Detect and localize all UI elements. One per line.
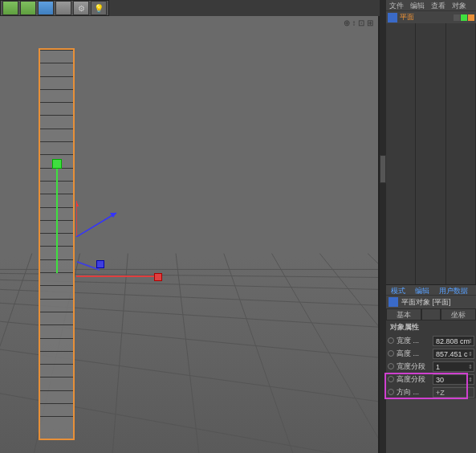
svg-line-12 (224, 254, 296, 453)
label-orient: 方向 ... (397, 387, 433, 398)
main-toolbar: ⚙ 💡 (0, 0, 109, 16)
select-orient[interactable]: +Z (433, 387, 474, 398)
label-width: 宽度 ... (397, 336, 433, 346)
snap-btn[interactable] (38, 1, 54, 15)
input-seg-h[interactable]: 30⇕ (433, 374, 474, 385)
prop-height: 高度 ... 857.451 c⇕ (386, 347, 476, 360)
right-panel: 文件 编辑 查看 对象 平面 模式 编辑 用户数据 平面对象 [平面] 基本 坐… (386, 0, 476, 453)
anim-dot-icon[interactable] (388, 350, 394, 357)
svg-line-10 (112, 254, 128, 453)
scrollbar-thumb[interactable] (380, 155, 386, 183)
render-vis-icon[interactable] (468, 14, 474, 21)
prop-orient: 方向 ... +Z (386, 386, 476, 398)
attr-header-label: 平面对象 [平面] (401, 297, 451, 308)
svg-line-17 (76, 213, 116, 237)
label-seg-h: 高度分段 (397, 374, 433, 385)
menu-view[interactable]: 查看 (428, 0, 449, 10)
render-btn[interactable] (2, 1, 18, 15)
menu-edit[interactable]: 编辑 (407, 0, 428, 10)
input-width[interactable]: 82.808 cm⇕ (433, 336, 474, 346)
prop-seg-h: 高度分段 30⇕ (386, 373, 476, 386)
object-tree-item[interactable]: 平面 (386, 11, 476, 23)
plane-icon (389, 297, 398, 307)
x-axis-line (76, 275, 157, 277)
attr-mode[interactable]: 模式 (386, 285, 410, 295)
menu-object[interactable]: 对象 (449, 0, 470, 10)
section-title: 对象属性 (386, 320, 476, 334)
attr-body: 对象属性 宽度 ... 82.808 cm⇕ 高度 ... 857.451 c⇕… (386, 320, 476, 398)
hud-axis-gizmo (76, 189, 124, 237)
viewport-toolbar[interactable]: ⊕ ↕ ⊡ ⊞ (344, 18, 373, 27)
tab-basic[interactable]: 基本 (386, 308, 421, 320)
input-height[interactable]: 857.451 c⇕ (433, 349, 474, 359)
prop-width: 宽度 ... 82.808 cm⇕ (386, 334, 476, 347)
anim-dot-icon[interactable] (388, 376, 394, 382)
z-axis-handle[interactable] (96, 260, 104, 268)
tab-coord[interactable]: 坐标 (441, 308, 476, 320)
vertical-scrollbar[interactable] (380, 0, 386, 453)
lighting-btn[interactable]: 💡 (91, 1, 107, 15)
tree-item-label: 平面 (400, 12, 414, 22)
plane-icon (388, 13, 397, 22)
label-seg-w: 宽度分段 (397, 361, 433, 372)
anim-dot-icon[interactable] (388, 363, 394, 369)
attr-tabs: 基本 坐标 (386, 308, 476, 320)
input-seg-w[interactable]: 1⇕ (433, 361, 474, 372)
label-height: 高度 ... (397, 349, 433, 359)
y-axis-line (56, 169, 58, 273)
attr-edit[interactable]: 编辑 (410, 285, 434, 295)
y-axis-handle[interactable] (52, 159, 62, 169)
menu-file[interactable]: 文件 (386, 0, 407, 10)
svg-line-13 (272, 254, 378, 453)
object-manager-body (386, 23, 476, 284)
attr-object-header: 平面对象 [平面] (386, 296, 476, 308)
anim-dot-icon[interactable] (388, 337, 394, 344)
render-settings-btn[interactable] (20, 1, 36, 15)
object-manager-menu: 文件 编辑 查看 对象 (386, 0, 476, 11)
x-axis-handle[interactable] (154, 273, 162, 281)
tab-spacer (421, 308, 440, 320)
layer-dot[interactable] (454, 14, 460, 21)
options-btn[interactable]: ⚙ (73, 1, 89, 15)
editor-vis-icon[interactable] (461, 14, 467, 21)
prop-seg-w: 宽度分段 1⇕ (386, 360, 476, 373)
anim-dot-icon[interactable] (388, 389, 394, 395)
workplane-btn[interactable] (55, 1, 71, 15)
svg-line-11 (176, 254, 200, 453)
attribute-manager-menu: 模式 编辑 用户数据 (386, 284, 476, 296)
attr-userdata[interactable]: 用户数据 (434, 285, 473, 295)
viewport[interactable]: ⊕ ↕ ⊡ ⊞ (0, 16, 380, 453)
